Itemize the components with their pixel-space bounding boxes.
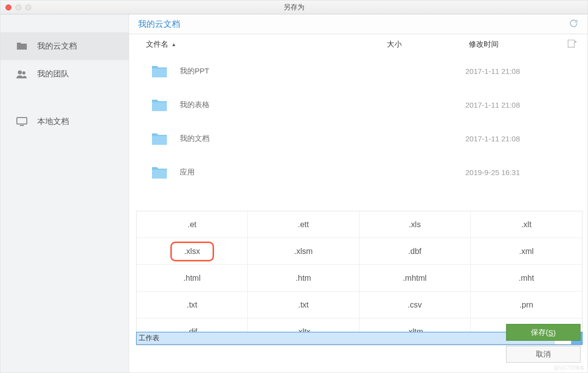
traffic-lights [5,4,31,10]
file-mtime: 2017-1-11 21:08 [438,134,547,143]
maximize-window-button[interactable] [25,4,31,10]
sort-asc-icon: ▲ [171,42,176,47]
svg-rect-7 [152,170,167,179]
action-buttons: 保存(S) 取消 [506,324,581,363]
file-type-option[interactable]: .mht [471,265,582,292]
file-row[interactable]: 我的表格 2017-1-11 21:08 [129,88,588,122]
file-type-option[interactable]: .mhtml [360,265,471,292]
file-row[interactable]: 应用 2019-9-25 16:31 [129,155,588,189]
svg-rect-2 [17,118,27,124]
file-type-option[interactable]: .txt [248,292,359,318]
sidebar-item-label: 本地文档 [37,117,69,127]
save-as-window: 另存为 我的云文档 我的团队 本地文档 [0,0,588,373]
column-header-mtime[interactable]: 修改时间 [429,40,538,49]
svg-rect-5 [152,102,167,111]
file-type-option[interactable]: .htm [248,265,359,292]
svg-point-0 [18,70,22,74]
file-mtime: 2019-9-25 16:31 [438,168,547,177]
file-row[interactable]: 我的文档 2017-1-11 21:08 [129,122,588,155]
file-type-option[interactable]: .txt [137,292,248,318]
save-button[interactable]: 保存(S) [506,324,581,341]
folder-icon [151,64,168,78]
file-type-option[interactable]: .xlt [471,211,582,238]
column-header-name[interactable]: 文件名 ▲ [146,40,360,49]
folder-icon [151,165,168,179]
svg-rect-6 [152,136,167,145]
dialog-body: 我的云文档 我的团队 本地文档 我的云文档 [0,14,588,373]
column-header-size[interactable]: 大小 [360,40,429,49]
folder-cloud-icon [15,41,28,52]
team-icon [15,68,28,79]
file-type-option[interactable]: .ett [248,211,359,238]
file-type-option[interactable]: .prn [471,292,582,318]
cancel-button[interactable]: 取消 [506,346,581,363]
sidebar-item-label: 我的团队 [37,69,69,79]
sidebar-item-my-team[interactable]: 我的团队 [0,60,129,88]
titlebar: 另存为 [0,0,588,14]
file-type-option[interactable]: .xml [471,238,582,265]
refresh-button[interactable] [569,18,579,30]
sidebar-item-cloud-docs[interactable]: 我的云文档 [0,32,129,60]
file-name: 我的文档 [180,134,368,143]
monitor-icon [15,116,28,127]
close-window-button[interactable] [5,4,11,10]
file-type-option[interactable]: .html [137,265,248,292]
file-type-option[interactable]: .xls [360,211,471,238]
folder-icon [151,98,168,112]
main-panel: 我的云文档 文件名 ▲ 大小 修改时间 [129,14,588,373]
breadcrumb-bar: 我的云文档 [129,14,588,34]
minimize-window-button[interactable] [15,4,21,10]
svg-point-1 [22,71,25,74]
file-type-option[interactable]: .xlsx [137,238,248,265]
file-type-option[interactable]: .dbf [360,238,471,265]
sidebar: 我的云文档 我的团队 本地文档 [0,14,129,373]
file-mtime: 2017-1-11 21:08 [438,101,547,109]
file-type-option[interactable]: .xlsm [248,238,359,265]
file-row[interactable]: 我的PPT 2017-1-11 21:08 [129,54,588,88]
file-name: 我的PPT [180,66,368,76]
filename-input[interactable] [137,332,554,344]
svg-rect-3 [20,125,24,126]
file-type-option[interactable]: .csv [360,292,471,318]
highlight-annotation [170,242,214,261]
file-name: 应用 [180,168,368,177]
folder-icon [151,131,168,145]
sidebar-item-label: 我的云文档 [37,41,77,52]
file-type-option[interactable]: .et [137,211,248,238]
window-title: 另存为 [0,3,588,12]
watermark: @51CTO博客 [554,365,585,372]
breadcrumb-current[interactable]: 我的云文档 [138,18,180,30]
new-folder-button[interactable] [567,38,578,50]
svg-rect-4 [152,68,167,77]
sidebar-item-local-docs[interactable]: 本地文档 [0,108,129,135]
file-name: 我的表格 [180,100,368,110]
file-list-header: 文件名 ▲ 大小 修改时间 [129,34,588,54]
file-mtime: 2017-1-11 21:08 [438,67,547,75]
